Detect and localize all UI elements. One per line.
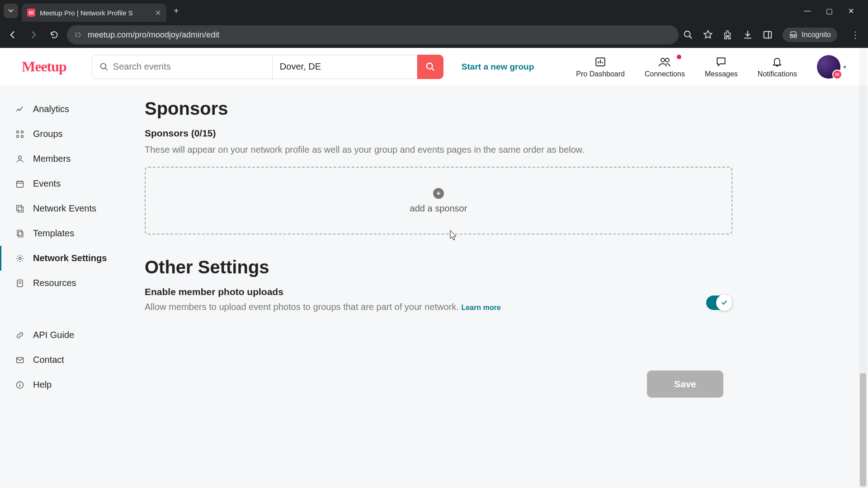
location-input[interactable]: Dover, DE [273, 55, 417, 79]
svg-point-40 [19, 382, 20, 383]
nav-label: Connections [645, 70, 685, 78]
sidebar: Analytics Groups Members Events Network … [0, 86, 136, 488]
window-controls: — ▢ ✕ [803, 7, 864, 15]
sidebar-item-groups[interactable]: Groups [0, 122, 136, 146]
header-nav: Pro Dashboard Connections Messages Notif… [576, 55, 846, 79]
search-events-input[interactable]: Search events [92, 55, 273, 79]
scrollbar-track[interactable] [859, 48, 867, 488]
location-value: Dover, DE [280, 61, 321, 72]
extensions-icon[interactable] [723, 30, 733, 40]
check-icon [721, 299, 728, 306]
other-settings-heading: Other Settings [145, 257, 732, 277]
close-tab-icon[interactable]: ✕ [155, 9, 161, 17]
incognito-indicator[interactable]: Incognito [783, 28, 837, 42]
people-icon [658, 56, 671, 68]
svg-point-3 [79, 33, 80, 34]
forward-button[interactable] [25, 27, 42, 43]
link-icon [15, 331, 25, 340]
search-form: Search events Dover, DE [92, 55, 443, 79]
sidebar-item-contact[interactable]: Contact [0, 347, 136, 372]
toggle-knob [716, 295, 732, 311]
svg-line-7 [689, 36, 692, 39]
side-panel-icon[interactable] [763, 30, 773, 40]
sidebar-item-events[interactable]: Events [0, 171, 136, 196]
chrome-menu-icon[interactable]: ⋮ [847, 29, 863, 40]
sidebar-item-network-events[interactable]: Network Events [0, 196, 136, 221]
address-bar[interactable]: meetup.com/pro/moodjoy/admin/edit [67, 25, 679, 44]
svg-point-33 [19, 257, 21, 259]
svg-point-19 [665, 58, 669, 62]
sidebar-label: Network Events [33, 203, 96, 214]
calendar-icon [15, 179, 25, 188]
reload-button[interactable] [46, 27, 62, 43]
sidebar-item-network-settings[interactable]: Network Settings [0, 246, 136, 271]
incognito-icon [789, 30, 798, 39]
bar-chart-icon [594, 56, 606, 68]
svg-rect-2 [75, 36, 77, 37]
toolbar-icons: Incognito ⋮ [683, 28, 863, 42]
sidebar-item-members[interactable]: Members [0, 146, 136, 171]
tab-title: Meetup Pro | Network Profile S [40, 9, 151, 17]
svg-point-6 [684, 31, 690, 37]
sidebar-item-templates[interactable]: Templates [0, 221, 136, 246]
svg-point-10 [100, 63, 106, 69]
site-settings-icon[interactable] [74, 31, 82, 39]
incognito-label: Incognito [802, 31, 831, 39]
meetup-logo[interactable]: Meetup [22, 58, 66, 75]
tab-search-dropdown[interactable] [4, 4, 18, 18]
sponsors-heading: Sponsors [145, 99, 732, 119]
sidebar-label: API Guide [33, 330, 74, 340]
sidebar-label: Members [33, 154, 71, 164]
nav-connections[interactable]: Connections [645, 56, 685, 78]
close-window-icon[interactable]: ✕ [846, 7, 855, 15]
photo-upload-description: Allow members to upload event photos to … [145, 302, 461, 312]
chat-icon [715, 56, 727, 68]
svg-point-24 [19, 156, 22, 159]
gear-icon [15, 254, 25, 263]
info-icon [15, 380, 25, 389]
mail-icon [15, 356, 25, 365]
back-button[interactable] [5, 27, 21, 43]
learn-more-link[interactable]: Learn more [461, 304, 500, 311]
layers-icon [15, 204, 25, 213]
downloads-icon[interactable] [743, 30, 753, 40]
svg-rect-30 [18, 206, 24, 212]
save-button[interactable]: Save [647, 371, 723, 398]
sidebar-label: Templates [33, 228, 74, 239]
photo-upload-toggle[interactable] [706, 296, 732, 310]
sidebar-item-analytics[interactable]: Analytics [0, 97, 136, 122]
svg-point-21 [21, 131, 24, 133]
minimize-icon[interactable]: — [803, 7, 812, 15]
zoom-icon[interactable] [683, 30, 693, 40]
nav-notifications[interactable]: Notifications [758, 56, 797, 78]
scrollbar-thumb[interactable] [860, 373, 866, 486]
meetup-badge-icon: m [832, 70, 842, 80]
svg-rect-29 [17, 205, 22, 211]
search-submit-button[interactable] [417, 55, 443, 79]
nav-pro-dashboard[interactable]: Pro Dashboard [576, 56, 625, 78]
avatar: m [817, 55, 840, 79]
search-icon [99, 62, 108, 71]
svg-rect-1 [75, 34, 77, 35]
sidebar-item-help[interactable]: Help [0, 372, 136, 397]
sidebar-label: Resources [33, 278, 76, 288]
document-icon [15, 279, 25, 288]
bookmark-star-icon[interactable] [703, 30, 713, 40]
sidebar-label: Help [33, 380, 52, 390]
nav-messages[interactable]: Messages [705, 56, 738, 78]
sidebar-item-resources[interactable]: Resources [0, 271, 136, 296]
photo-upload-label: Enable member photo uploads [145, 286, 695, 297]
sidebar-item-api-guide[interactable]: API Guide [0, 323, 136, 347]
svg-point-22 [17, 135, 19, 137]
start-new-group-link[interactable]: Start a new group [462, 62, 534, 72]
nav-label: Messages [705, 70, 738, 78]
new-tab-button[interactable]: + [170, 6, 183, 16]
add-sponsor-button[interactable]: + add a sponsor [145, 167, 732, 235]
browser-tab[interactable]: m Meetup Pro | Network Profile S ✕ [22, 4, 166, 22]
meetup-favicon: m [27, 9, 35, 17]
profile-menu[interactable]: m ▾ [817, 55, 846, 79]
bell-icon [772, 56, 783, 68]
sidebar-label: Groups [33, 129, 63, 139]
maximize-icon[interactable]: ▢ [825, 7, 834, 15]
svg-point-5 [79, 36, 80, 37]
